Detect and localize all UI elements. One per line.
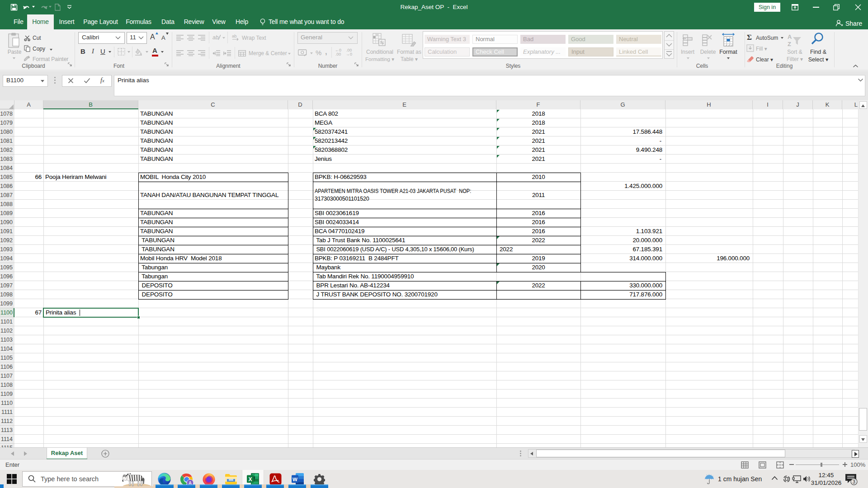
svg-text:Z: Z (788, 41, 791, 47)
svg-text:3: 3 (853, 479, 855, 484)
svg-text:W: W (292, 477, 297, 482)
svg-text:A: A (788, 33, 792, 40)
svg-text:X: X (248, 476, 252, 483)
svg-text:ab: ab (212, 34, 219, 41)
svg-text:ab: ab (232, 34, 237, 38)
